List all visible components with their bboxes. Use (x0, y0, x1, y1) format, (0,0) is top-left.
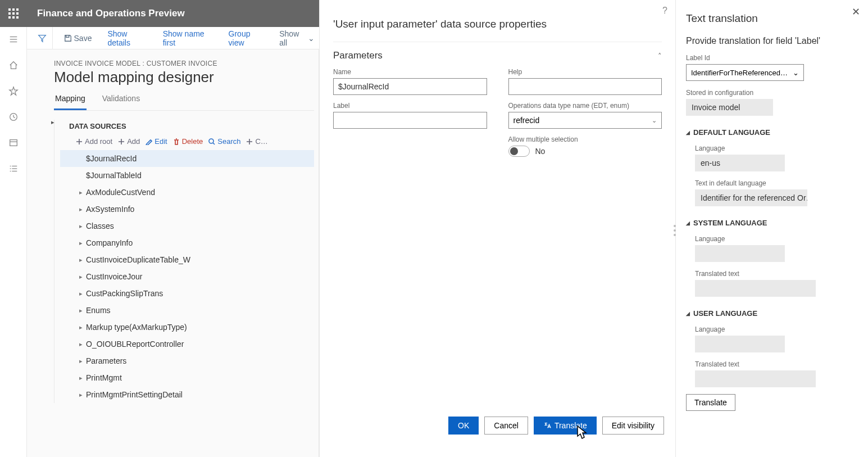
app-launcher[interactable] (0, 0, 27, 27)
tree-collapse-toggle[interactable]: ▸ (51, 119, 54, 126)
save-button[interactable]: Save (60, 31, 97, 45)
tree-item[interactable]: ▸CompanyInfo (60, 234, 314, 251)
show-name-first-button[interactable]: Show name first (158, 27, 217, 49)
tree-item[interactable]: ▸O_OIOUBLReportController (60, 336, 314, 352)
trash-icon (173, 138, 180, 145)
show-details-button[interactable]: Show details (103, 27, 151, 49)
help-label: Help (508, 68, 662, 76)
stored-label: Stored in configuration (686, 89, 853, 97)
chevron-up-icon: ˄ (658, 52, 662, 60)
modules-button[interactable] (2, 161, 25, 177)
page-title: Model mapping designer (54, 69, 314, 86)
show-all-button[interactable]: Show all⌄ (275, 27, 319, 49)
expand-caret-icon: ▸ (76, 273, 86, 280)
tree-item[interactable]: ▸CustPackingSlipTrans (60, 285, 314, 302)
add-button[interactable]: Add (118, 137, 140, 146)
default-lang-label: Language (695, 144, 853, 152)
search-label: Search (217, 137, 240, 146)
expand-caret-icon: ▸ (76, 358, 86, 365)
labelid-select[interactable]: IdentifierForTheReferencedOr… ⌄ (686, 64, 804, 81)
tree-item-label: Classes (86, 221, 114, 230)
default-text-value: Identifier for the referenced Or… (695, 189, 807, 206)
tree-item[interactable]: ▸AxModuleCustVend (60, 184, 314, 201)
side-translate-button[interactable]: Translate (686, 394, 735, 411)
search-icon (208, 138, 215, 145)
waffle-icon (8, 8, 19, 19)
expand-caret-icon: ▸ (76, 189, 86, 196)
home-button[interactable] (2, 57, 25, 73)
recent-button[interactable] (2, 109, 25, 125)
allow-multiple-label: Allow multiple selection (508, 135, 662, 143)
tree-item[interactable]: ▸Enums (60, 302, 314, 319)
expand-caret-icon: ▸ (76, 290, 86, 297)
svg-rect-5 (16, 12, 19, 15)
hamburger-button[interactable] (2, 31, 25, 47)
label-input[interactable] (333, 112, 487, 129)
more-action[interactable]: C… (246, 137, 267, 146)
tree-item[interactable]: ▸Markup type(AxMarkupType) (60, 319, 314, 336)
tree-item[interactable]: ▸Classes (60, 218, 314, 234)
add-root-button[interactable]: Add root (76, 137, 112, 146)
group-view-label: Group view (229, 29, 264, 47)
tree-item[interactable]: ▸AxSystemInfo (60, 201, 314, 218)
tree-item[interactable]: ▸PrintMgmt (60, 369, 314, 386)
parameters-section-toggle[interactable]: Parameters ˄ (333, 42, 662, 67)
save-icon (64, 34, 72, 42)
tree-item[interactable]: ▸CustInvoiceJour (60, 268, 314, 285)
system-lang-group[interactable]: ◢SYSTEM LANGUAGE (686, 219, 853, 227)
triangle-icon: ◢ (686, 130, 690, 135)
name-input[interactable] (333, 78, 487, 95)
default-lang-value: en-us (695, 155, 785, 171)
svg-rect-2 (16, 8, 19, 11)
tree-item-label: Markup type(AxMarkupType) (86, 323, 187, 332)
tree-item-label: O_OIOUBLReportController (86, 340, 184, 349)
tree-item[interactable]: ▸$JournalRecId (60, 150, 314, 167)
add-label: Add (127, 137, 140, 146)
tree-item[interactable]: ▸$JournalTableId (60, 167, 314, 184)
favorites-button[interactable] (2, 83, 25, 99)
edit-button[interactable]: Edit (146, 137, 167, 146)
expand-caret-icon: ▸ (76, 239, 86, 247)
side-subtitle: Provide translation for field 'Label' (686, 36, 853, 46)
group-view-button[interactable]: Group view (224, 27, 269, 49)
triangle-icon: ◢ (686, 311, 690, 316)
tree-item[interactable]: ▸CustInvoiceDuplicateTable_W (60, 251, 314, 268)
expand-caret-icon: ▸ (76, 391, 86, 399)
delete-label: Delete (182, 137, 203, 146)
tree-item-label: AxModuleCustVend (86, 188, 155, 197)
search-button[interactable]: Search (208, 137, 240, 146)
tab-mapping[interactable]: Mapping (54, 89, 87, 110)
tab-validations[interactable]: Validations (101, 89, 141, 110)
default-text-label: Text in default language (695, 179, 853, 187)
tree-item-label: CustPackingSlipTrans (86, 289, 163, 298)
system-text-label: Translated text (695, 270, 853, 278)
help-button[interactable]: ? (662, 6, 667, 16)
delete-button[interactable]: Delete (173, 137, 203, 146)
cancel-button[interactable]: Cancel (484, 417, 528, 435)
allow-multiple-toggle[interactable] (508, 146, 530, 157)
translate-button[interactable]: Translate (534, 417, 597, 435)
tree-item[interactable]: ▸Parameters (60, 352, 314, 369)
svg-rect-4 (12, 12, 15, 15)
svg-rect-13 (10, 140, 17, 146)
svg-rect-7 (12, 16, 15, 19)
chevron-down-icon: ⌄ (308, 34, 315, 43)
dialog-title: 'User input parameter' data source prope… (320, 16, 675, 42)
expand-caret-icon: ▸ (76, 307, 86, 314)
close-button[interactable]: ✕ (852, 6, 860, 18)
name-label: Name (333, 68, 487, 76)
workspaces-button[interactable] (2, 135, 25, 151)
default-lang-group[interactable]: ◢DEFAULT LANGUAGE (686, 128, 853, 137)
tree-item[interactable]: ▸PrintMgmtPrintSettingDetail (60, 386, 314, 403)
user-lang-value (695, 336, 785, 352)
modules-icon (8, 164, 19, 174)
ok-button[interactable]: OK (448, 417, 479, 435)
labelid-value: IdentifierForTheReferencedOr… (691, 69, 793, 77)
user-lang-head: USER LANGUAGE (693, 309, 757, 318)
edit-visibility-button[interactable]: Edit visibility (602, 417, 664, 435)
edt-select[interactable]: refrecid ⌄ (508, 112, 662, 129)
filter-button[interactable] (33, 27, 53, 49)
user-lang-group[interactable]: ◢USER LANGUAGE (686, 309, 853, 318)
help-input[interactable] (508, 78, 662, 95)
allow-multiple-value: No (535, 147, 546, 156)
